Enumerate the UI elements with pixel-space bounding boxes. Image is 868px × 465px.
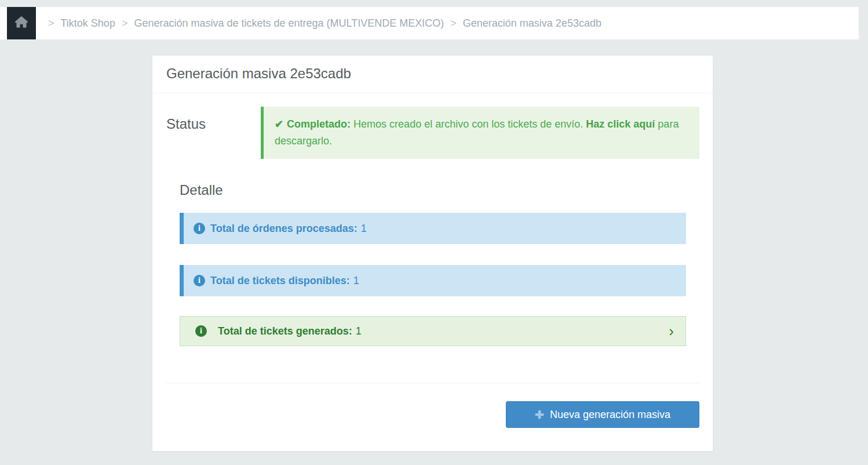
breadcrumb: > Tiktok Shop > Generación masiva de tic… xyxy=(42,17,601,30)
breadcrumb-item-tiktok-shop[interactable]: Tiktok Shop xyxy=(61,17,115,30)
page-title: Generación masiva 2e53cadb xyxy=(166,66,351,82)
info-circle-icon: i xyxy=(195,325,207,337)
card-header: Generación masiva 2e53cadb xyxy=(152,56,713,93)
new-generation-button[interactable]: ✚ Nueva generación masiva xyxy=(506,401,699,428)
plus-icon: ✚ xyxy=(535,408,544,422)
chevron-right-separator: > xyxy=(115,17,134,30)
breadcrumb-item-generacion-masiva-tickets[interactable]: Generación masiva de tickets de entrega … xyxy=(134,17,444,30)
breadcrumb-item-current: Generación masiva 2e53cadb xyxy=(463,17,601,30)
check-icon: ✔ xyxy=(275,118,283,130)
callout-label: Total de tickets generados: xyxy=(218,325,352,337)
chevron-right-icon[interactable]: › xyxy=(669,324,674,339)
chevron-right-separator: > xyxy=(444,17,463,30)
callout-value: 1 xyxy=(356,325,362,337)
callout-tickets-disponibles: i Total de tickets disponibles: 1 xyxy=(180,265,686,296)
new-generation-button-label: Nueva generación masiva xyxy=(550,409,670,421)
download-link[interactable]: Haz click aquí xyxy=(586,118,655,130)
alert-bold-prefix: Completado: xyxy=(287,118,351,130)
divider xyxy=(166,383,699,383)
info-circle-icon: i xyxy=(194,275,205,286)
home-icon xyxy=(15,16,28,31)
home-button[interactable] xyxy=(7,7,36,39)
callout-tickets-generados[interactable]: i Total de tickets generados: 1 › xyxy=(180,316,686,346)
callout-label: Total de tickets disponibles: xyxy=(210,275,350,287)
callout-ordenes-procesadas: i Total de órdenes procesadas: 1 xyxy=(180,213,686,244)
breadcrumb-bar: > Tiktok Shop > Generación masiva de tic… xyxy=(0,7,859,39)
callout-value: 1 xyxy=(361,223,367,235)
status-label: Status xyxy=(166,116,206,132)
info-circle-icon: i xyxy=(194,223,205,234)
status-alert-success: ✔Completado: Hemos creado el archivo con… xyxy=(261,107,699,159)
chevron-right-separator: > xyxy=(42,17,61,30)
detail-heading: Detalle xyxy=(180,182,223,198)
page: { "colors": { "page_bg": "#e7eaeb", "top… xyxy=(0,0,868,465)
callout-value: 1 xyxy=(353,275,359,287)
generation-detail-card: Generación masiva 2e53cadb Status ✔Compl… xyxy=(152,56,713,451)
alert-text: Hemos creado el archivo con los tickets … xyxy=(351,118,586,130)
callout-label: Total de órdenes procesadas: xyxy=(210,223,358,235)
